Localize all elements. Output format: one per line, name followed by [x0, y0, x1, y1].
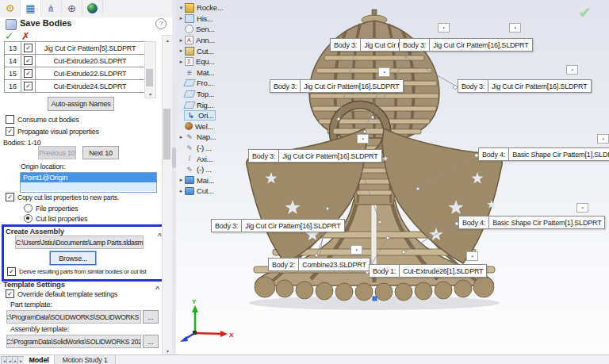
body-callout[interactable]: Body 3:Jig Cut Cir Pattern[16].SLDPRT: [270, 79, 404, 93]
next-10-button[interactable]: Next 10: [82, 146, 119, 159]
expander-icon[interactable]: ▸: [178, 188, 185, 194]
tree-item-cutlist[interactable]: ▸Cut...: [178, 45, 233, 56]
table-row[interactable]: 15 Cut-Extrude22.SLDPRT: [5, 67, 145, 80]
override-template-checkbox[interactable]: [6, 289, 14, 298]
assembly-path-field[interactable]: C:\Users\Jstiu\Documents\Lamp Parts.slda…: [15, 236, 144, 249]
part-icon: [185, 3, 194, 13]
part-template-browse-button[interactable]: ...: [143, 310, 159, 324]
panel-scrollbar-thumb[interactable]: [163, 109, 170, 159]
derive-checkbox[interactable]: [7, 267, 16, 276]
callout-pin-icon[interactable]: [509, 23, 521, 33]
row-number: 13: [5, 42, 21, 54]
expander-icon[interactable]: ▸: [178, 48, 185, 54]
callout-pin-icon[interactable]: [438, 23, 450, 33]
file-properties-label: File properties: [36, 205, 78, 213]
body-filename[interactable]: Cut-Extrude22.SLDPRT: [36, 67, 145, 79]
previous-10-button[interactable]: Previous 10: [38, 146, 76, 159]
collapse-chevron-icon[interactable]: [155, 280, 159, 294]
auto-assign-names-button[interactable]: Auto-assign Names: [48, 97, 114, 111]
help-icon[interactable]: ?: [155, 18, 167, 29]
expander-icon[interactable]: ▸: [178, 59, 185, 65]
body-filename[interactable]: Cut-Extrude20.SLDPRT: [36, 55, 145, 67]
expander-icon[interactable]: ▸: [178, 177, 185, 183]
assembly-template-field[interactable]: C:\ProgramData\SolidWorks\SOLIDWORKS 202: [6, 335, 141, 348]
table-row[interactable]: 14 Cut-Extrude20.SLDPRT: [5, 55, 145, 67]
origin-empty-row[interactable]: [21, 182, 156, 191]
cutlist-properties-radio[interactable]: [24, 214, 33, 223]
plane-icon: [185, 90, 194, 98]
tree-item-material[interactable]: Mat...: [178, 67, 233, 79]
tree-item-right-plane[interactable]: Rig...: [178, 99, 233, 110]
expander-icon[interactable]: ▸: [178, 134, 185, 140]
body-callout[interactable]: Body 2:Combine23.SLDPRT: [268, 258, 370, 271]
table-row[interactable]: 13 Jig Cut Cir Pattern[5].SLDPRT: [5, 42, 145, 55]
ok-button[interactable]: ✓: [5, 30, 13, 42]
tree-item-folder[interactable]: ▸Cut...: [178, 186, 233, 197]
tab-display-manager[interactable]: [82, 0, 103, 17]
row-checkbox[interactable]: [24, 69, 33, 78]
callout-pin-icon[interactable]: [357, 134, 369, 144]
tree-item-equations[interactable]: ▸Equ...: [178, 56, 233, 67]
body-callout[interactable]: Body 3:Jig Cut Cir Pattern[16].SLDPRT: [211, 219, 345, 232]
browse-button[interactable]: Browse...: [50, 251, 96, 265]
body-callout[interactable]: Body 4:Basic Shape Cir Pattern[1].SLDPRT: [458, 216, 605, 229]
expander-icon[interactable]: ▸: [178, 37, 185, 44]
tree-item-top-plane[interactable]: Top...: [178, 89, 233, 100]
tree-item-axis[interactable]: Axi...: [178, 153, 233, 164]
table-row[interactable]: 16 Cut-Extrude24.SLDPRT: [5, 80, 145, 93]
scroll-down-icon[interactable]: ▾: [145, 91, 155, 97]
tree-item-history[interactable]: ▸His...: [178, 13, 233, 25]
tab-property-manager[interactable]: [21, 0, 41, 17]
body-filename[interactable]: Jig Cut Cir Pattern[5].SLDPRT: [36, 42, 145, 54]
row-checkbox[interactable]: [24, 82, 33, 90]
annotations-icon: [185, 36, 193, 44]
tree-item-sketch[interactable]: ▸Nap...: [178, 132, 233, 143]
body-callout[interactable]: Body 1:Cut-Extrude26[1].SLDPRT: [369, 264, 487, 278]
tree-item-origin[interactable]: Ori...: [178, 110, 233, 121]
create-assembly-header[interactable]: Create Assembly: [6, 227, 64, 236]
cancel-button[interactable]: ✗: [21, 30, 30, 42]
part-template-field[interactable]: C:\ProgramData\SOLIDWORKS\SOLIDWORKS 2: [6, 310, 141, 324]
tab-feature-manager[interactable]: [0, 0, 21, 17]
tab-dimxpert-manager[interactable]: [62, 0, 82, 17]
tree-item-annotations[interactable]: ▸Ann...: [178, 35, 233, 46]
tree-item-part[interactable]: ▾Rocke...: [178, 2, 233, 13]
body-callout[interactable]: Body 3:Jig Cut Cir Pattern[16].SLDPRT: [458, 79, 592, 93]
expander-icon[interactable]: ▾: [178, 5, 185, 11]
tree-item-front-plane[interactable]: Fro...: [178, 78, 233, 89]
body-callout[interactable]: Body 3:Jig Cut Cir Pattern[16].SLDPRT: [399, 38, 533, 52]
callout-pin-icon[interactable]: [350, 245, 362, 255]
callout-pin-icon[interactable]: [466, 251, 478, 261]
body-callout[interactable]: Body 4:Basic Shape Cir Pattern[1].SLDPRT: [478, 148, 609, 161]
tree-item-weldment[interactable]: Wel...: [178, 121, 233, 132]
callout-pin-icon[interactable]: [597, 134, 609, 144]
copy-cutlist-checkbox[interactable]: [6, 193, 14, 201]
tab-motion-study[interactable]: Motion Study 1: [55, 355, 116, 364]
table-scrollbar[interactable]: ▾: [144, 41, 156, 98]
body-filename[interactable]: Cut-Extrude24.SLDPRT: [36, 80, 145, 92]
confirm-corner-check-icon[interactable]: ✔: [578, 3, 592, 22]
tree-item-sensors[interactable]: Sen...: [178, 24, 233, 35]
body-callout[interactable]: Body 3:Jig Cut Cir Pattern[16].SLDPRT: [248, 149, 382, 163]
table-scrollbar-thumb[interactable]: [146, 69, 153, 86]
row-checkbox[interactable]: [24, 44, 33, 52]
tree-item-sketch[interactable]: (-) ...: [178, 143, 233, 154]
callout-pin-icon[interactable]: [378, 67, 390, 77]
consume-cut-bodies-checkbox[interactable]: [6, 115, 14, 124]
tree-item-folder[interactable]: ▸Mai...: [178, 175, 233, 186]
origin-location-list[interactable]: Point1@Origin: [20, 172, 157, 193]
tree-item-sketch[interactable]: (-) ...: [178, 164, 233, 175]
tab-model[interactable]: Model: [24, 355, 55, 364]
pm-title: Save Bodies: [20, 18, 71, 28]
expander-icon[interactable]: ▸: [178, 15, 185, 21]
template-settings-header[interactable]: Template Settings: [3, 280, 65, 289]
callout-pin-icon[interactable]: [566, 65, 578, 75]
propagate-visual-checkbox[interactable]: [6, 127, 14, 136]
assembly-template-browse-button[interactable]: ...: [143, 335, 159, 348]
file-properties-radio[interactable]: [24, 204, 33, 213]
callout-pin-icon[interactable]: [576, 203, 588, 213]
tab-configuration-manager[interactable]: [41, 0, 62, 17]
viewport-canvas[interactable]: Y X ▾Rocke... ▸His... Sen... ▸Ann... ▸Cu…: [176, 0, 609, 354]
origin-selected-item[interactable]: Point1@Origin: [21, 173, 156, 182]
row-checkbox[interactable]: [24, 56, 33, 65]
